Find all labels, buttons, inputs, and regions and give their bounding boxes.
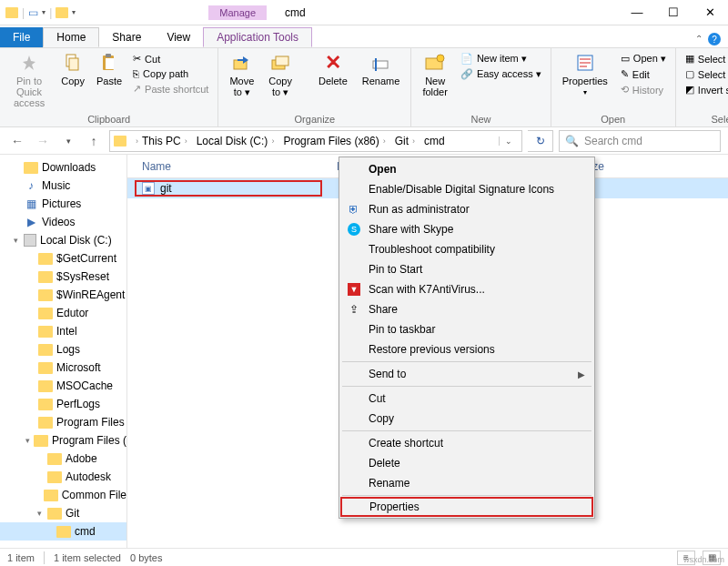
crumb[interactable]: cmd bbox=[424, 135, 445, 147]
nav-forward-button[interactable]: → bbox=[33, 131, 53, 151]
ribbon-context-tab[interactable]: Manage bbox=[208, 5, 267, 20]
move-to-button[interactable]: Move to ▾ bbox=[224, 50, 259, 100]
copy-path-button[interactable]: ⎘Copy path bbox=[129, 67, 212, 80]
minimize-button[interactable]: — bbox=[619, 0, 655, 25]
help-icon[interactable]: ? bbox=[708, 33, 721, 45]
tab-share[interactable]: Share bbox=[99, 27, 154, 47]
context-menu-item[interactable]: Pin to taskbar bbox=[341, 319, 592, 339]
tree-node[interactable]: PerfLogs bbox=[0, 395, 126, 413]
address-bar: ← → ▾ ↑ ›This PC› Local Disk (C:)› Progr… bbox=[0, 127, 728, 155]
copy-button[interactable]: Copy bbox=[56, 50, 89, 88]
rename-button[interactable]: Rename bbox=[357, 50, 406, 88]
paste-shortcut-button[interactable]: ↗Paste shortcut bbox=[129, 82, 212, 96]
col-name[interactable]: Name bbox=[127, 160, 337, 173]
context-menu-item[interactable]: ⛨Run as administrator bbox=[341, 199, 592, 219]
file-name-cell[interactable]: ▣ git bbox=[135, 180, 322, 197]
tree-node[interactable]: $GetCurrent bbox=[0, 249, 126, 268]
easy-access-button[interactable]: 🔗Easy access ▾ bbox=[457, 67, 545, 81]
cut-button[interactable]: ✂Cut bbox=[129, 52, 212, 66]
context-menu-item[interactable]: Pin to Start bbox=[341, 259, 592, 279]
breadcrumb[interactable]: ›This PC› Local Disk (C:)› Program Files… bbox=[109, 130, 522, 152]
tree-node[interactable]: Logs bbox=[0, 340, 126, 359]
breadcrumb-dropdown[interactable]: ⌄ bbox=[499, 136, 518, 146]
context-menu-item[interactable]: Cut bbox=[341, 389, 592, 409]
svg-rect-3 bbox=[106, 58, 114, 69]
tree-node[interactable]: Adobe bbox=[0, 450, 126, 468]
paste-button[interactable]: Paste bbox=[93, 50, 126, 88]
qat-undo-icon[interactable]: ▾ bbox=[42, 8, 46, 16]
folder-icon bbox=[38, 308, 53, 319]
crumb[interactable]: Local Disk (C:) bbox=[197, 135, 268, 147]
open-icon: ▭ bbox=[621, 53, 630, 65]
new-item-button[interactable]: 📄New item ▾ bbox=[457, 52, 545, 66]
open-button[interactable]: ▭Open ▾ bbox=[617, 52, 670, 66]
context-menu-item[interactable]: Delete bbox=[341, 453, 592, 473]
nav-tree[interactable]: Downloads♪Music▦Pictures▶Videos▾Local Di… bbox=[0, 155, 127, 548]
copy-icon bbox=[62, 52, 84, 74]
group-label: New bbox=[417, 113, 544, 126]
tab-application-tools[interactable]: Application Tools bbox=[203, 27, 312, 47]
tree-node[interactable]: MSOCache bbox=[0, 377, 126, 395]
context-menu-item[interactable]: Enable/Disable Digital Signature Icons bbox=[341, 179, 592, 199]
properties-button[interactable]: Properties▾ bbox=[557, 50, 613, 98]
tree-node[interactable]: ▾Program Files ( bbox=[0, 431, 126, 450]
select-none-icon: ▢ bbox=[685, 68, 694, 80]
copy-to-button[interactable]: Copy to ▾ bbox=[263, 50, 298, 100]
delete-button[interactable]: ✕ Delete bbox=[313, 50, 353, 88]
tab-home[interactable]: Home bbox=[43, 27, 99, 47]
context-menu-item[interactable]: ▼Scan with K7AntiVirus... bbox=[341, 279, 592, 299]
tab-view[interactable]: View bbox=[154, 27, 203, 47]
tab-file[interactable]: File bbox=[0, 27, 43, 47]
context-menu-item[interactable]: Rename bbox=[341, 473, 592, 493]
context-menu-item[interactable]: Create shortcut bbox=[341, 433, 592, 453]
pin-to-quick-access-button[interactable]: Pin to Quick access bbox=[5, 50, 53, 110]
search-input[interactable]: 🔍 Search cmd bbox=[559, 130, 721, 152]
qat-chev[interactable]: ▾ bbox=[72, 8, 76, 16]
context-menu-item[interactable]: Send to▶ bbox=[341, 364, 592, 384]
tree-node[interactable]: Intel bbox=[0, 322, 126, 340]
crumb[interactable]: Git bbox=[395, 135, 409, 147]
refresh-button[interactable]: ↻ bbox=[528, 130, 553, 152]
tree-node[interactable]: Common File bbox=[0, 486, 126, 504]
context-menu-item[interactable]: Copy bbox=[341, 409, 592, 429]
nav-recent-button[interactable]: ▾ bbox=[58, 131, 78, 151]
qat-save-icon[interactable]: ▭ bbox=[28, 6, 38, 19]
context-menu-item[interactable]: Troubleshoot compatibility bbox=[341, 239, 592, 259]
tree-node[interactable]: $SysReset bbox=[0, 268, 126, 286]
crumb[interactable]: Program Files (x86) bbox=[283, 135, 379, 147]
nav-back-button[interactable]: ← bbox=[7, 131, 27, 151]
tree-node[interactable]: ▦Pictures bbox=[0, 195, 126, 213]
tree-node[interactable]: ▾Git bbox=[0, 504, 126, 522]
file-list[interactable]: Name Date modified Type Size ▣ git 0 KB … bbox=[127, 155, 728, 548]
select-none-button[interactable]: ▢Select none bbox=[682, 67, 728, 81]
folder-icon bbox=[5, 7, 18, 18]
new-item-icon: 📄 bbox=[460, 53, 473, 65]
context-menu-item[interactable]: SShare with Skype bbox=[341, 219, 592, 239]
tree-node[interactable]: Microsoft bbox=[0, 359, 126, 377]
tree-node[interactable]: Downloads bbox=[0, 158, 126, 177]
tree-node[interactable]: cmd bbox=[0, 522, 126, 541]
edit-button[interactable]: ✎Edit bbox=[617, 67, 670, 81]
tree-node[interactable]: ♪Music bbox=[0, 177, 126, 195]
select-all-button[interactable]: ▦Select all bbox=[682, 52, 728, 66]
nav-up-button[interactable]: ↑ bbox=[84, 131, 104, 151]
crumb[interactable]: This PC bbox=[142, 135, 181, 147]
tree-node[interactable]: Autodesk bbox=[0, 468, 126, 486]
tree-node[interactable]: Program Files bbox=[0, 413, 126, 431]
svg-rect-7 bbox=[276, 56, 288, 66]
context-menu-item[interactable]: ⇪Share bbox=[341, 299, 592, 319]
tree-node[interactable]: Edutor bbox=[0, 304, 126, 322]
tree-node[interactable]: $WinREAgent bbox=[0, 286, 126, 304]
context-menu-item[interactable]: Restore previous versions bbox=[341, 339, 592, 359]
maximize-button[interactable]: ☐ bbox=[655, 0, 692, 25]
context-menu-item[interactable]: Open bbox=[341, 159, 592, 179]
ribbon-collapse-icon[interactable]: ⌃ bbox=[695, 34, 703, 44]
new-folder-button[interactable]: New folder bbox=[417, 50, 453, 99]
context-menu-item[interactable]: Properties bbox=[340, 497, 593, 517]
tree-node[interactable]: ▶Videos bbox=[0, 213, 126, 231]
close-button[interactable]: ✕ bbox=[692, 0, 728, 25]
invert-selection-button[interactable]: ◩Invert selection bbox=[682, 83, 728, 96]
folder-icon bbox=[114, 136, 126, 147]
tree-node[interactable]: ▾Local Disk (C:) bbox=[0, 231, 126, 249]
history-button[interactable]: ⟲History bbox=[617, 83, 670, 96]
